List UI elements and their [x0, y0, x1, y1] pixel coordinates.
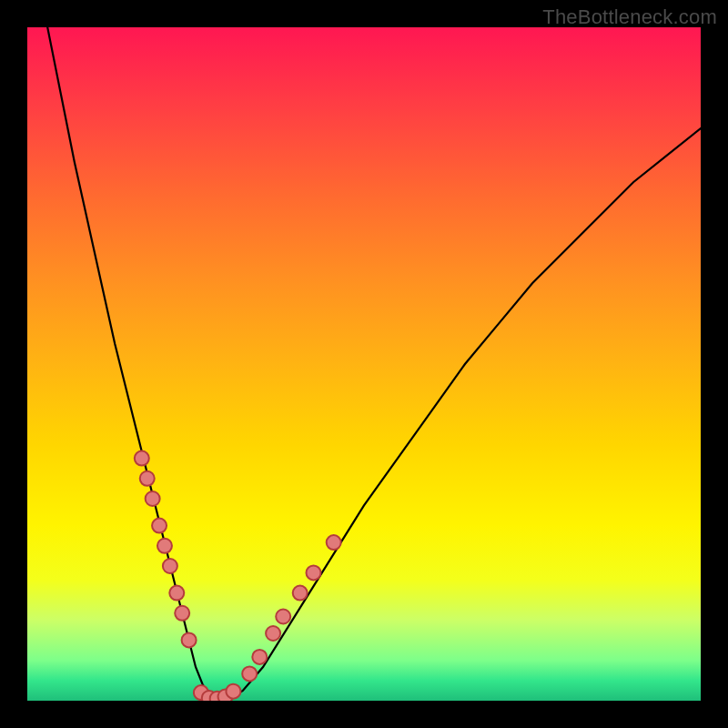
chart-svg	[27, 27, 701, 701]
watermark-text: TheBottleneck.com	[542, 5, 717, 29]
bottleneck-curve	[47, 27, 701, 700]
outer-frame: TheBottleneck.com	[0, 0, 728, 728]
highlight-dots	[135, 451, 341, 701]
plot-area	[27, 27, 701, 701]
